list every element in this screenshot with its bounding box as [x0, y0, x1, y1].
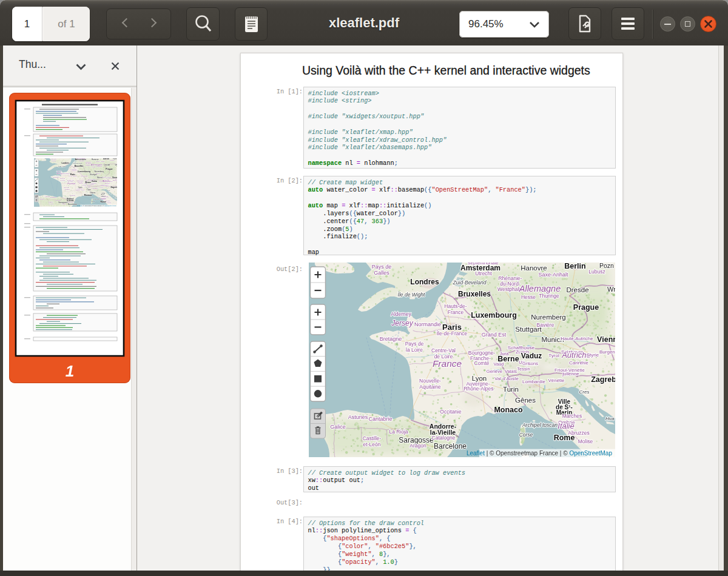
svg-text:1: 1: [66, 362, 74, 380]
